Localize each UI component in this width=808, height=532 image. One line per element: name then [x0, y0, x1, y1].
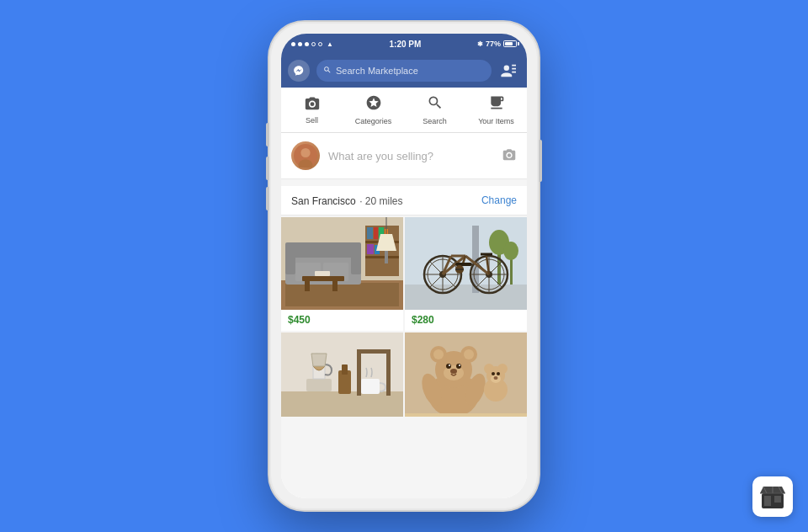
- phone-frame: ▲ 1:20 PM ✱ 77%: [269, 22, 539, 510]
- svg-rect-69: [357, 349, 391, 354]
- svg-point-86: [456, 364, 461, 369]
- battery-icon: [503, 40, 517, 47]
- tab-categories[interactable]: Categories: [343, 94, 404, 125]
- camera-tab-icon: [304, 95, 321, 114]
- svg-rect-102: [774, 496, 781, 503]
- svg-point-4: [310, 102, 314, 106]
- product-card-bike[interactable]: $280: [405, 217, 527, 331]
- phone-screen: ▲ 1:20 PM ✱ 77%: [281, 34, 527, 498]
- status-bar: ▲ 1:20 PM ✱ 77%: [281, 34, 527, 54]
- svg-rect-101: [764, 496, 771, 506]
- svg-rect-26: [351, 251, 361, 274]
- search-icon: [323, 66, 332, 76]
- svg-rect-22: [285, 283, 399, 306]
- svg-point-99: [494, 376, 498, 380]
- svg-rect-62: [455, 263, 472, 266]
- svg-rect-24: [285, 242, 361, 258]
- svg-rect-75: [361, 379, 380, 394]
- your-items-tab-icon: [488, 94, 505, 115]
- svg-rect-25: [285, 251, 295, 274]
- svg-point-98: [497, 372, 500, 375]
- sofa-image: [281, 217, 403, 310]
- categories-tab-icon: [365, 94, 382, 115]
- location-city: San Francisco: [291, 195, 356, 207]
- svg-rect-37: [405, 285, 527, 310]
- messenger-button[interactable]: [288, 60, 310, 82]
- signal-dot-2: [298, 42, 302, 46]
- svg-point-8: [302, 149, 309, 156]
- svg-point-88: [459, 364, 460, 366]
- svg-rect-70: [357, 354, 361, 396]
- product-price-bike: $280: [405, 310, 527, 331]
- tab-bar: Sell Categories Search: [281, 88, 527, 133]
- bluetooth-icon: ✱: [477, 40, 483, 48]
- svg-point-97: [492, 372, 495, 375]
- svg-point-83: [464, 349, 474, 359]
- tab-search-label: Search: [423, 117, 447, 125]
- facebook-nav-bar: Search Marketplace: [281, 54, 527, 88]
- svg-rect-15: [367, 227, 373, 239]
- status-right: ✱ 77%: [477, 40, 517, 48]
- svg-rect-16: [374, 227, 378, 239]
- svg-point-9: [508, 153, 511, 157]
- tab-your-items[interactable]: Your Items: [465, 94, 527, 125]
- content-area: What are you selling? San Francisco · 20…: [281, 133, 527, 498]
- location-info: San Francisco · 20 miles: [291, 193, 403, 208]
- svg-rect-31: [332, 281, 338, 291]
- bear-image: [405, 332, 527, 417]
- signal-dot-3: [305, 42, 309, 46]
- svg-point-81: [433, 349, 444, 359]
- sell-camera-icon[interactable]: [502, 147, 517, 164]
- signal-dot-5: [318, 42, 322, 46]
- location-distance: · 20 miles: [359, 195, 402, 207]
- product-price-sofa: $450: [281, 310, 403, 331]
- user-avatar: [291, 141, 320, 170]
- tab-sell-label: Sell: [306, 116, 318, 125]
- sell-post-bar[interactable]: What are you selling?: [281, 133, 527, 179]
- status-signal: ▲: [291, 40, 333, 48]
- signal-dot-4: [311, 42, 316, 46]
- search-bar[interactable]: Search Marketplace: [316, 60, 492, 82]
- signal-dot-1: [291, 42, 295, 46]
- location-bar: San Francisco · 20 miles Change: [281, 186, 527, 215]
- bike-image: [405, 217, 527, 310]
- svg-point-89: [450, 369, 457, 374]
- status-time: 1:20 PM: [390, 40, 422, 49]
- sell-input-placeholder[interactable]: What are you selling?: [328, 150, 493, 162]
- marketplace-badge: [752, 476, 793, 517]
- svg-point-42: [503, 242, 518, 260]
- tab-your-items-label: Your Items: [478, 117, 514, 125]
- tab-search[interactable]: Search: [404, 94, 465, 125]
- svg-point-0: [504, 66, 509, 71]
- coffee-image: [281, 332, 403, 417]
- wifi-icon: ▲: [327, 40, 333, 48]
- svg-rect-35: [385, 251, 388, 263]
- svg-rect-71: [386, 354, 391, 396]
- svg-point-87: [449, 364, 450, 366]
- profile-list-icon[interactable]: [498, 60, 520, 82]
- search-tab-icon: [427, 94, 444, 115]
- search-placeholder: Search Marketplace: [336, 66, 418, 76]
- svg-rect-74: [342, 364, 348, 375]
- product-grid: $450: [281, 217, 527, 417]
- svg-rect-68: [281, 391, 403, 417]
- tab-categories-label: Categories: [355, 117, 392, 125]
- svg-rect-14: [365, 256, 399, 258]
- product-card-coffee[interactable]: [281, 332, 403, 417]
- tab-sell[interactable]: Sell: [281, 95, 343, 125]
- svg-rect-72: [306, 379, 332, 391]
- product-card-sofa[interactable]: $450: [281, 217, 403, 331]
- battery-fill: [505, 42, 513, 45]
- change-location-button[interactable]: Change: [481, 194, 517, 206]
- svg-rect-30: [305, 281, 310, 291]
- svg-rect-32: [315, 271, 330, 276]
- svg-point-85: [446, 364, 451, 369]
- svg-rect-29: [302, 276, 344, 281]
- svg-rect-19: [367, 244, 374, 254]
- product-card-bear[interactable]: [405, 332, 527, 417]
- battery-percent: 77%: [486, 40, 501, 48]
